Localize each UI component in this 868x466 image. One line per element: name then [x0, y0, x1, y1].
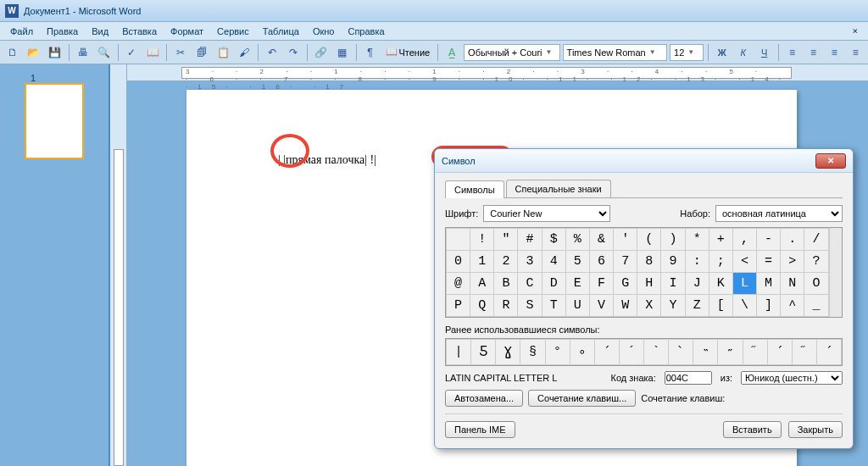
char-cell[interactable]: :	[685, 251, 709, 273]
recent-char-cell[interactable]: ∘	[570, 340, 594, 365]
size-combo[interactable]: 12▼	[670, 44, 704, 61]
char-cell[interactable]: &	[589, 229, 613, 251]
char-cell[interactable]: '	[614, 229, 637, 251]
ime-panel-button[interactable]: Панель IME	[445, 421, 515, 438]
recent-char-cell[interactable]: ˊ	[767, 340, 792, 365]
link-icon[interactable]: 🔗	[312, 43, 331, 62]
char-cell[interactable]: 5	[565, 251, 589, 273]
char-cell[interactable]: \	[732, 295, 756, 317]
save-icon[interactable]: 💾	[46, 43, 64, 62]
recent-char-cell[interactable]: ˝	[743, 340, 767, 365]
shortcut-key-button[interactable]: Сочетание клавиш...	[528, 390, 636, 407]
char-cell[interactable]: 1	[470, 251, 494, 273]
char-cell[interactable]: L	[732, 273, 756, 295]
menu-help[interactable]: Справка	[341, 25, 391, 38]
recent-char-cell[interactable]: Ƽ	[471, 340, 496, 365]
menu-edit[interactable]: Правка	[40, 25, 85, 38]
char-cell[interactable]: ;	[709, 251, 732, 273]
paste-icon[interactable]: 📋	[214, 43, 232, 62]
char-cell[interactable]: 6	[589, 251, 613, 273]
recent-char-cell[interactable]: ´	[619, 340, 643, 365]
char-cell[interactable]: H	[637, 273, 661, 295]
char-cell[interactable]: A	[470, 273, 494, 295]
char-cell[interactable]: O	[804, 273, 828, 295]
char-cell[interactable]: U	[565, 295, 589, 317]
char-cell[interactable]: (	[637, 229, 661, 251]
char-cell[interactable]: <	[732, 251, 756, 273]
menu-view[interactable]: Вид	[85, 25, 115, 38]
char-cell[interactable]: D	[542, 273, 565, 295]
char-cell[interactable]: ?	[804, 251, 828, 273]
code-input[interactable]	[665, 371, 712, 385]
open-icon[interactable]: 📂	[25, 43, 43, 62]
copy-icon[interactable]: 🗐	[192, 43, 211, 62]
dialog-titlebar[interactable]: Символ ✕	[435, 149, 853, 173]
spell-icon[interactable]: ✓	[123, 43, 142, 62]
char-cell[interactable]: *	[685, 229, 709, 251]
char-cell[interactable]: N	[781, 273, 804, 295]
tab-symbols[interactable]: Символы	[445, 180, 504, 198]
format-painter-icon[interactable]: 🖌	[235, 43, 253, 62]
reading-mode-button[interactable]: 📖 Чтение	[382, 47, 434, 58]
char-cell[interactable]: ^	[781, 295, 804, 317]
menu-tools[interactable]: Сервис	[210, 25, 256, 38]
grid-scrollbar[interactable]	[829, 228, 843, 317]
insert-button[interactable]: Вставить	[723, 421, 782, 438]
page-thumbnail[interactable]	[25, 83, 84, 159]
char-cell[interactable]: /	[804, 229, 828, 251]
char-cell[interactable]: 0	[447, 251, 470, 273]
char-cell[interactable]: V	[589, 295, 613, 317]
recent-char-cell[interactable]: ˵	[693, 340, 718, 365]
char-cell[interactable]: Y	[661, 295, 685, 317]
char-cell[interactable]: Q	[470, 295, 494, 317]
document-text[interactable]: | |прямая палочка| !|	[278, 153, 376, 167]
menu-insert[interactable]: Вставка	[115, 25, 164, 38]
recent-char-cell[interactable]: ˊ	[594, 340, 619, 365]
char-cell[interactable]: S	[518, 295, 542, 317]
char-cell[interactable]: 8	[637, 251, 661, 273]
char-cell[interactable]: +	[709, 229, 732, 251]
recent-char-cell[interactable]: |	[447, 340, 471, 365]
menu-table[interactable]: Таблица	[256, 25, 306, 38]
char-cell[interactable]	[447, 229, 470, 251]
char-cell[interactable]: -	[757, 229, 781, 251]
redo-icon[interactable]: ↷	[284, 43, 303, 62]
char-cell[interactable]: B	[494, 273, 518, 295]
char-cell[interactable]: %	[565, 229, 589, 251]
recent-char-cell[interactable]: °	[545, 340, 570, 365]
char-cell[interactable]: @	[447, 273, 470, 295]
char-cell[interactable]: #	[518, 229, 542, 251]
research-icon[interactable]: 📖	[143, 43, 162, 62]
set-select[interactable]: основная латиница	[715, 205, 843, 222]
char-cell[interactable]: 4	[542, 251, 565, 273]
char-cell[interactable]: W	[614, 295, 637, 317]
align-justify-icon[interactable]: ≡	[846, 43, 865, 62]
recent-char-cell[interactable]: `	[644, 340, 669, 365]
char-cell[interactable]: 2	[494, 251, 518, 273]
char-cell[interactable]: J	[685, 273, 709, 295]
char-cell[interactable]: )	[661, 229, 685, 251]
recent-char-cell[interactable]: ˝	[792, 340, 816, 365]
bold-icon[interactable]: Ж	[713, 43, 732, 62]
undo-icon[interactable]: ↶	[263, 43, 281, 62]
show-nonprinting-icon[interactable]: ¶	[361, 43, 380, 62]
char-cell[interactable]: K	[709, 273, 732, 295]
print-icon[interactable]: 🖶	[74, 43, 92, 62]
char-cell[interactable]: $	[542, 229, 565, 251]
char-cell[interactable]: "	[494, 229, 518, 251]
char-cell[interactable]: >	[781, 251, 804, 273]
char-cell[interactable]: F	[589, 273, 613, 295]
close-button[interactable]: Закрыть	[788, 421, 843, 438]
char-cell[interactable]: P	[447, 295, 470, 317]
char-cell[interactable]: [	[709, 295, 732, 317]
char-cell[interactable]: _	[804, 295, 828, 317]
char-cell[interactable]: E	[565, 273, 589, 295]
char-cell[interactable]: I	[661, 273, 685, 295]
table-icon[interactable]: ▦	[333, 43, 352, 62]
underline-icon[interactable]: Ч	[755, 43, 774, 62]
dialog-close-button[interactable]: ✕	[815, 153, 846, 169]
char-cell[interactable]: M	[757, 273, 781, 295]
document-close-icon[interactable]: ×	[845, 25, 865, 36]
char-cell[interactable]: ,	[732, 229, 756, 251]
menu-file[interactable]: Файл	[3, 25, 40, 38]
